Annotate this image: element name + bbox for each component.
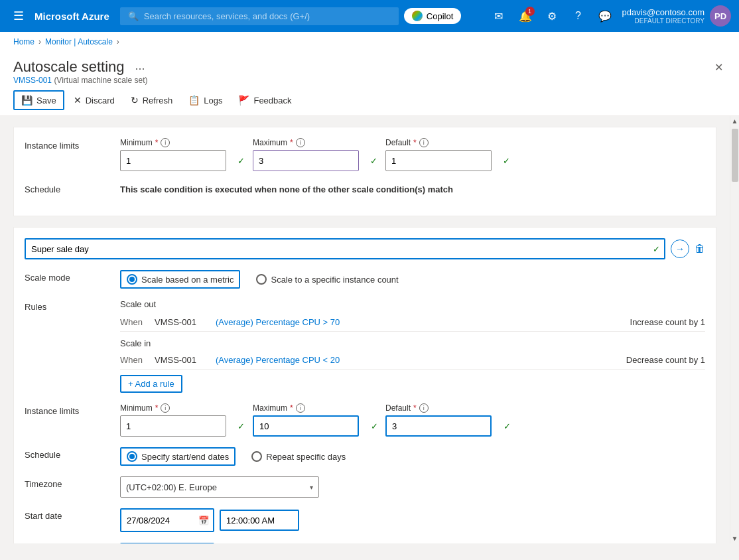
feedback-button[interactable]: 🚩 Feedback (232, 92, 298, 109)
resource-link[interactable]: VMSS-001 (13, 76, 52, 85)
supersale-min-label: Minimum (120, 403, 153, 413)
supersale-min-input[interactable] (126, 421, 237, 431)
scale-metric-option[interactable]: Scale based on a metric (120, 270, 240, 289)
maximum-input[interactable] (259, 156, 370, 166)
default-info-icon[interactable]: i (419, 138, 429, 147)
scale-mode-label: Scale mode (25, 270, 104, 283)
help-icon[interactable]: ? (567, 4, 590, 28)
delete-condition-icon[interactable]: 🗑 (695, 243, 705, 255)
scale-specific-radio[interactable] (256, 274, 267, 285)
supersale-def-check: ✓ (504, 421, 511, 431)
maximum-label: Maximum (253, 138, 287, 147)
search-bar[interactable]: 🔍 (120, 7, 399, 25)
more-options-icon[interactable]: ··· (135, 62, 145, 76)
timezone-dropdown[interactable]: (UTC+02:00) E. Europe ▾ (120, 476, 319, 498)
dropdown-arrow-icon: ▾ (310, 484, 313, 491)
supersale-def-info[interactable]: i (419, 403, 429, 413)
arrow-right-icon[interactable]: → (671, 240, 689, 258)
scale-out-when: When (120, 317, 147, 327)
scale-specific-label: Scale to a specific instance count (271, 275, 398, 285)
specify-dates-option[interactable]: Specify start/end dates (120, 447, 235, 466)
page-subtitle: VMSS-001 (Virtual machine scale set) (13, 76, 148, 85)
page-title: Autoscale setting (13, 58, 125, 76)
repeat-days-radio[interactable] (251, 451, 262, 462)
supersale-minimum-field: Minimum * i ✓ (120, 403, 226, 437)
maximum-check-icon: ✓ (370, 156, 377, 166)
user-directory: DEFAULT DIRECTORY (622, 17, 705, 25)
scroll-up-arrow[interactable]: ▲ (732, 116, 738, 126)
notification-icon[interactable]: 🔔 1 (513, 4, 537, 28)
scale-specific-option[interactable]: Scale to a specific instance count (256, 274, 398, 285)
supersale-schedule-label: Schedule (25, 447, 104, 466)
timezone-row: Timezone (UTC+02:00) E. Europe ▾ (25, 476, 705, 498)
top-navigation: ☰ Microsoft Azure 🔍 Copilot ✉ 🔔 1 ⚙ ? 💬 … (0, 0, 739, 32)
default-field: Default * i ✓ (385, 138, 492, 171)
save-button[interactable]: 💾 Save (13, 90, 64, 110)
minimum-info-icon[interactable]: i (161, 138, 170, 147)
supersale-maximum-field: Maximum * i ✓ (253, 403, 359, 437)
name-input-wrapper: ✓ (25, 238, 665, 259)
scale-mode-radio-group: Scale based on a metric Scale to a speci… (120, 270, 399, 289)
supersale-max-info[interactable]: i (296, 403, 305, 413)
hamburger-menu[interactable]: ☰ (8, 9, 29, 23)
default-required: * (413, 138, 417, 147)
breadcrumb-sep2: › (117, 37, 119, 46)
schedule-text: This scale condition is executed when no… (120, 182, 453, 194)
rules-section-row: Rules Scale out When VMSS-001 (Average) … (25, 299, 705, 393)
scale-metric-label: Scale based on a metric (141, 275, 234, 285)
discard-button[interactable]: ✕ Discard (67, 92, 121, 109)
scale-in-metric[interactable]: (Average) Percentage CPU < 20 (216, 355, 340, 365)
default-scale-card: Instance limits Minimum * i ✓ (13, 127, 716, 216)
feedback-nav-icon[interactable]: 💬 (593, 4, 617, 28)
user-info[interactable]: pdavis@contoso.com DEFAULT DIRECTORY (622, 7, 705, 25)
logs-icon: 📋 (188, 95, 200, 105)
minimum-input[interactable] (126, 156, 237, 166)
instance-limits-fields: Minimum * i ✓ Maximum * i (120, 138, 492, 171)
default-input[interactable] (391, 156, 503, 166)
supersale-def-input[interactable] (392, 421, 504, 431)
breadcrumb-home[interactable]: Home (13, 37, 34, 46)
logs-button[interactable]: 📋 Logs (182, 92, 229, 109)
specify-dates-radio[interactable] (127, 451, 137, 462)
condition-name-input[interactable] (25, 238, 665, 259)
schedule-row: Schedule This scale condition is execute… (25, 182, 705, 194)
scroll-thumb[interactable] (732, 129, 738, 182)
settings-icon[interactable]: ⚙ (540, 4, 564, 28)
supersale-max-input-wrapper: ✓ (253, 415, 359, 437)
add-rule-button[interactable]: + Add a rule (120, 375, 182, 393)
default-label: Default (385, 138, 411, 147)
breadcrumb-monitor[interactable]: Monitor | Autoscale (45, 37, 113, 46)
email-icon[interactable]: ✉ (487, 4, 511, 28)
name-check-icon: ✓ (653, 244, 660, 254)
supersale-min-info[interactable]: i (161, 403, 170, 413)
maximum-info-icon[interactable]: i (296, 138, 305, 147)
start-date-input[interactable] (121, 510, 194, 531)
repeat-days-option[interactable]: Repeat specific days (251, 451, 346, 462)
scale-out-resource: VMSS-001 (155, 317, 208, 327)
scale-mode-row: Scale mode Scale based on a metric Scale… (25, 270, 705, 289)
scale-in-action: Decrease count by 1 (626, 355, 705, 365)
vertical-scrollbar[interactable]: ▲ ▼ (730, 116, 739, 543)
close-button[interactable]: ✕ (712, 58, 726, 76)
refresh-button[interactable]: ↻ Refresh (124, 92, 180, 109)
supersale-max-input[interactable] (259, 421, 371, 431)
copilot-icon (412, 11, 423, 21)
save-icon: 💾 (21, 95, 33, 105)
scroll-down-arrow[interactable]: ▼ (732, 533, 738, 543)
copilot-button[interactable]: Copilot (404, 8, 461, 24)
user-avatar[interactable]: PD (710, 5, 731, 27)
end-date-row: End date 📅 (25, 543, 705, 543)
add-rule-label: + Add a rule (128, 379, 174, 389)
search-input[interactable] (144, 11, 391, 21)
refresh-icon: ↻ (131, 95, 139, 105)
start-time-input[interactable] (220, 510, 299, 531)
minimum-label: Minimum (120, 138, 153, 147)
discard-label: Discard (86, 96, 115, 105)
scale-metric-radio[interactable] (127, 274, 137, 285)
start-date-calendar-icon[interactable]: 📅 (194, 516, 213, 525)
supersale-instance-limits-row: Instance limits Minimum * i ✓ (25, 403, 705, 437)
toolbar: 💾 Save ✕ Discard ↻ Refresh 📋 Logs 🚩 Feed… (0, 85, 739, 116)
start-date-group: 📅 (120, 508, 299, 532)
supersale-instance-fields: Minimum * i ✓ Maximum * i (120, 403, 492, 437)
scale-out-metric[interactable]: (Average) Percentage CPU > 70 (216, 317, 340, 327)
